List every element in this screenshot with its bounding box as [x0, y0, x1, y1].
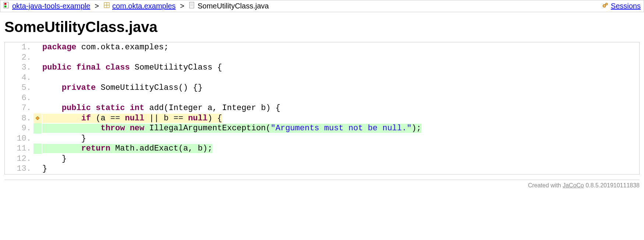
source-line: 7. public static int add(Integer a, Inte…: [5, 103, 639, 113]
coverage-gutter: [33, 103, 42, 113]
svg-rect-1: [4, 3, 6, 5]
coverage-gutter: [33, 113, 42, 124]
code-cell: if (a == null || b == null) {: [42, 113, 639, 124]
line-number: 10.: [5, 134, 33, 144]
code-cell: package com.okta.examples;: [42, 42, 639, 53]
coverage-gutter: [33, 73, 42, 83]
coverage-gutter: [33, 42, 42, 53]
code-cell: [42, 93, 639, 103]
code-cell: [42, 73, 639, 83]
line-number: 4.: [5, 73, 33, 83]
coverage-gutter: [33, 134, 42, 144]
svg-rect-6: [190, 2, 194, 8]
code-cell: public final class SomeUtilityClass {: [42, 63, 639, 73]
code-cell: private SomeUtilityClass() {}: [42, 83, 639, 93]
coverage-gutter: [33, 93, 42, 103]
page-title: SomeUtilityClass.java: [4, 19, 640, 35]
coverage-gutter: [33, 63, 42, 73]
source-line: 2.: [5, 53, 639, 63]
line-number: 7.: [5, 103, 33, 113]
breadcrumb-right: Sessions: [602, 2, 641, 10]
svg-point-13: [606, 4, 607, 4]
code-cell: }: [42, 134, 639, 144]
source-line: 5. private SomeUtilityClass() {}: [5, 83, 639, 93]
coverage-gutter: [33, 154, 42, 164]
line-number: 5.: [5, 83, 33, 93]
source-line: 4.: [5, 73, 639, 83]
breadcrumb-link-project[interactable]: okta-java-tools-example: [12, 2, 90, 10]
code-cell: }: [42, 164, 639, 174]
code-cell: [42, 53, 639, 63]
source-line: 12. }: [5, 154, 639, 164]
source-line: 1.package com.okta.examples;: [5, 42, 639, 53]
line-number: 2.: [5, 53, 33, 63]
footer-version: 0.8.5.201910111838: [584, 182, 640, 188]
diamond-icon: [35, 116, 40, 120]
coverage-gutter: [33, 164, 42, 174]
gears-icon: [602, 2, 609, 10]
breadcrumb-sep-2: >: [180, 2, 184, 10]
line-number: 6.: [5, 93, 33, 103]
breadcrumb-left: okta-java-tools-example > com.okta.examp…: [3, 2, 269, 10]
source-line: 3.public final class SomeUtilityClass {: [5, 63, 639, 73]
code-cell: return Math.addExact(a, b);: [42, 144, 639, 154]
source-line: 9. throw new IllegalArgumentException("A…: [5, 123, 639, 134]
sessions-link[interactable]: Sessions: [611, 2, 641, 10]
coverage-gutter: [33, 53, 42, 63]
source-line: 10. }: [5, 134, 639, 144]
source-line: 6.: [5, 93, 639, 103]
line-number: 13.: [5, 164, 33, 174]
code-cell: throw new IllegalArgumentException("Argu…: [42, 123, 639, 134]
coverage-gutter: [33, 123, 42, 134]
line-number: 12.: [5, 154, 33, 164]
source-listing: 1.package com.okta.examples;2. 3.public …: [4, 42, 640, 174]
breadcrumb-bar: okta-java-tools-example > com.okta.examp…: [0, 0, 644, 12]
line-number: 11.: [5, 144, 33, 154]
file-icon: [189, 2, 195, 10]
line-number: 1.: [5, 42, 33, 53]
breadcrumb-current-file: SomeUtilityClass.java: [198, 2, 269, 10]
svg-point-11: [604, 6, 605, 7]
svg-marker-14: [36, 116, 39, 120]
breadcrumb-sep-1: >: [95, 2, 99, 10]
coverage-gutter: [33, 83, 42, 93]
source-line: 8. if (a == null || b == null) {: [5, 113, 639, 124]
footer: Created with JaCoCo 0.8.5.201910111838: [4, 180, 640, 189]
line-number: 3.: [5, 63, 33, 73]
code-cell: public static int add(Integer a, Integer…: [42, 103, 639, 113]
source-line: 13.}: [5, 164, 639, 174]
line-number: 8.: [5, 113, 33, 124]
footer-prefix: Created with: [528, 182, 563, 188]
source-line: 11. return Math.addExact(a, b);: [5, 144, 639, 154]
package-icon: [103, 2, 110, 10]
footer-link-jacoco[interactable]: JaCoCo: [563, 182, 584, 188]
line-number: 9.: [5, 123, 33, 134]
report-icon: [3, 2, 10, 10]
coverage-gutter: [33, 144, 42, 154]
breadcrumb-link-package[interactable]: com.okta.examples: [112, 2, 176, 10]
svg-rect-2: [4, 6, 6, 7]
code-cell: }: [42, 154, 639, 164]
